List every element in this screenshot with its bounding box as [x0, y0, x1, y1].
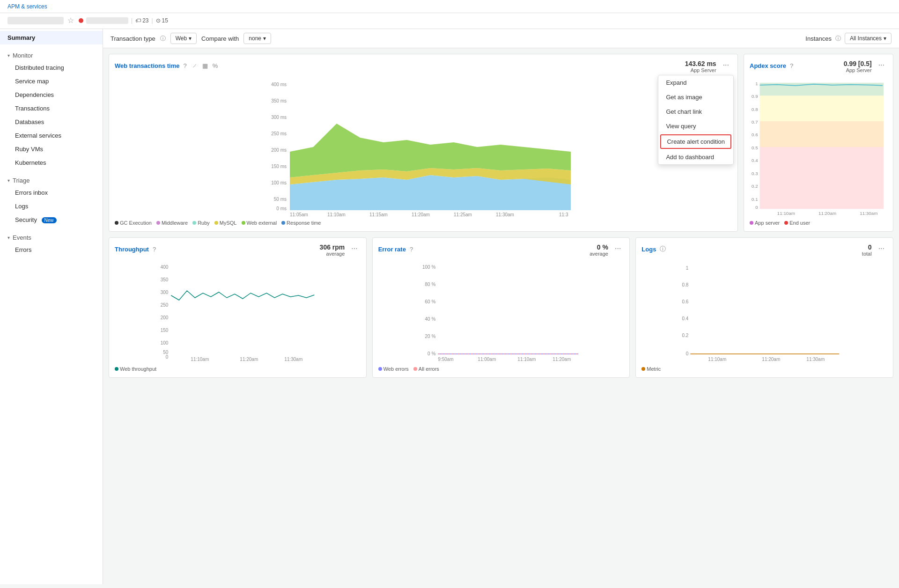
instances-info-icon[interactable]: ⓘ [835, 35, 841, 43]
legend-dot-end-user [784, 221, 788, 225]
svg-text:0.5: 0.5 [752, 145, 758, 150]
menu-item-create-alert[interactable]: Create alert condition [660, 134, 731, 149]
legend-label-ruby: Ruby [198, 220, 210, 226]
svg-text:0: 0 [755, 205, 758, 210]
throughput-help-icon[interactable]: ? [152, 245, 157, 254]
legend-label-gc: GC Execution [120, 220, 152, 226]
sidebar-summary-section: Summary [0, 29, 103, 46]
instances-dropdown[interactable]: All Instances ▾ [845, 33, 892, 44]
legend-label-metric: Metric [647, 366, 661, 372]
error-rate-value: 0 % [590, 243, 608, 251]
logs-info-icon[interactable]: ⓘ [659, 244, 667, 254]
error-rate-more-button[interactable]: ··· [612, 243, 624, 254]
svg-text:0.8: 0.8 [752, 107, 758, 112]
transaction-type-dropdown[interactable]: Web ▾ [170, 33, 197, 44]
svg-text:0.2: 0.2 [752, 184, 758, 189]
sidebar-triage-header[interactable]: ▾ Triage [0, 173, 103, 186]
legend-dot-mysql [214, 221, 218, 225]
sidebar-item-ruby-vms[interactable]: Ruby VMs [7, 142, 103, 156]
sidebar-item-external-services[interactable]: External services [7, 129, 103, 142]
favorite-icon[interactable]: ☆ [67, 16, 74, 25]
error-rate-help-icon[interactable]: ? [409, 245, 414, 254]
sidebar-item-logs[interactable]: Logs [7, 199, 103, 213]
svg-text:40 %: 40 % [425, 316, 435, 322]
apdex-more-button[interactable]: ··· [876, 60, 887, 70]
sidebar-item-distributed-tracing[interactable]: Distributed tracing [7, 61, 103, 74]
service-header: ☆ | 🏷 23 | ⊙ 15 [0, 13, 899, 29]
logs-more-button[interactable]: ··· [876, 243, 887, 254]
svg-text:200: 200 [161, 315, 169, 320]
legend-item-middleware: Middleware [156, 220, 188, 226]
sidebar-item-summary[interactable]: Summary [0, 31, 103, 44]
legend-item-app-server: App server [750, 220, 780, 226]
error-rate-header: Error rate ? 0 % average ··· [378, 243, 624, 257]
sidebar-item-errors[interactable]: Errors [7, 243, 103, 257]
web-transactions-line-chart-icon[interactable]: ⟋ [191, 61, 199, 70]
sidebar-item-service-map[interactable]: Service map [7, 74, 103, 88]
top-nav: APM & services [0, 0, 899, 13]
menu-item-get-image[interactable]: Get as image [658, 90, 733, 104]
sidebar-item-databases[interactable]: Databases [7, 115, 103, 129]
bottom-charts-grid: Throughput ? 306 rpm average ··· 400 [103, 237, 899, 383]
web-transactions-more-button[interactable]: ··· [720, 60, 732, 70]
web-transactions-percent-icon[interactable]: % [212, 61, 219, 70]
logs-meta: 0 total [862, 243, 872, 257]
web-transactions-header: Web transactions time ? ⟋ ▦ % 143.62 ms … [115, 60, 732, 73]
svg-text:0.9: 0.9 [752, 94, 758, 99]
sidebar-monitor-header[interactable]: ▾ Monitor [0, 48, 103, 61]
svg-text:9:50am: 9:50am [438, 357, 453, 362]
logs-header: Logs ⓘ 0 total ··· [641, 243, 887, 257]
sidebar-events-header[interactable]: ▾ Events [0, 230, 103, 243]
throughput-more-button[interactable]: ··· [348, 243, 360, 254]
legend-dot-app-server [750, 221, 753, 225]
toolbar: Transaction type ⓘ Web ▾ Compare with no… [103, 29, 899, 48]
apdex-title: Apdex score ? [750, 61, 794, 70]
logs-value: 0 [862, 243, 872, 251]
menu-item-chart-link[interactable]: Get chart link [658, 104, 733, 119]
apdex-help-icon[interactable]: ? [789, 61, 794, 70]
apdex-subtitle: App Server [844, 67, 872, 73]
svg-text:200 ms: 200 ms [271, 147, 287, 153]
sidebar-item-transactions[interactable]: Transactions [7, 102, 103, 115]
svg-text:0.4: 0.4 [682, 316, 689, 321]
error-rate-chart-container: 100 % 80 % 60 % 40 % 20 % 0 % 9:50am 11:… [378, 260, 624, 363]
menu-item-view-query[interactable]: View query [658, 119, 733, 133]
tag-icon: 🏷 [135, 17, 141, 24]
menu-item-expand[interactable]: Expand [658, 75, 733, 90]
svg-text:11:30am: 11:30am [284, 357, 302, 362]
web-transactions-help-icon[interactable]: ? [182, 61, 187, 70]
svg-text:0.3: 0.3 [752, 171, 758, 176]
svg-text:11:20am: 11:20am [818, 211, 836, 216]
web-transactions-bar-chart-icon[interactable]: ▦ [201, 61, 209, 70]
transaction-type-info-icon[interactable]: ⓘ [160, 35, 166, 43]
events-label: Events [13, 234, 31, 241]
menu-item-add-dashboard[interactable]: Add to dashboard [658, 150, 733, 164]
svg-text:11:20am: 11:20am [553, 357, 571, 362]
throughput-legend: Web throughput [115, 366, 361, 372]
web-transactions-legend: GC Execution Middleware Ruby MySQL [115, 220, 732, 226]
legend-label-web-external: Web external [247, 220, 277, 226]
apdex-header: Apdex score ? 0.99 [0.5] App Server ··· [750, 60, 887, 73]
sidebar-item-dependencies[interactable]: Dependencies [7, 88, 103, 102]
breadcrumb-link[interactable]: APM & services [7, 3, 47, 10]
legend-label-app-server: App server [755, 220, 780, 226]
logs-title: Logs ⓘ [641, 244, 667, 254]
sidebar-item-security[interactable]: Security New [7, 213, 103, 227]
instances-header-count: 15 [162, 17, 168, 24]
svg-text:0.8: 0.8 [682, 282, 689, 287]
apdex-legend: App server End user [750, 220, 887, 226]
transaction-type-value: Web [176, 35, 187, 42]
legend-item-all-errors: All errors [413, 366, 439, 372]
compare-with-dropdown[interactable]: none ▾ [243, 33, 271, 44]
sidebar-triage-items: Errors inbox Logs Security New [0, 186, 103, 227]
legend-label-mysql: MySQL [220, 220, 237, 226]
sidebar-item-kubernetes[interactable]: Kubernetes [7, 156, 103, 169]
web-transactions-card: Web transactions time ? ⟋ ▦ % 143.62 ms … [109, 54, 738, 232]
svg-text:11:30am: 11:30am [860, 211, 877, 216]
svg-text:11:20am: 11:20am [240, 357, 258, 362]
sidebar-events-items: Errors [0, 243, 103, 257]
throughput-card: Throughput ? 306 rpm average ··· 400 [109, 237, 367, 378]
sidebar-triage-section: ▾ Triage Errors inbox Logs Security New [0, 171, 103, 228]
sidebar-item-errors-inbox[interactable]: Errors inbox [7, 186, 103, 199]
logs-card: Logs ⓘ 0 total ··· 1 0.8 [635, 237, 893, 378]
